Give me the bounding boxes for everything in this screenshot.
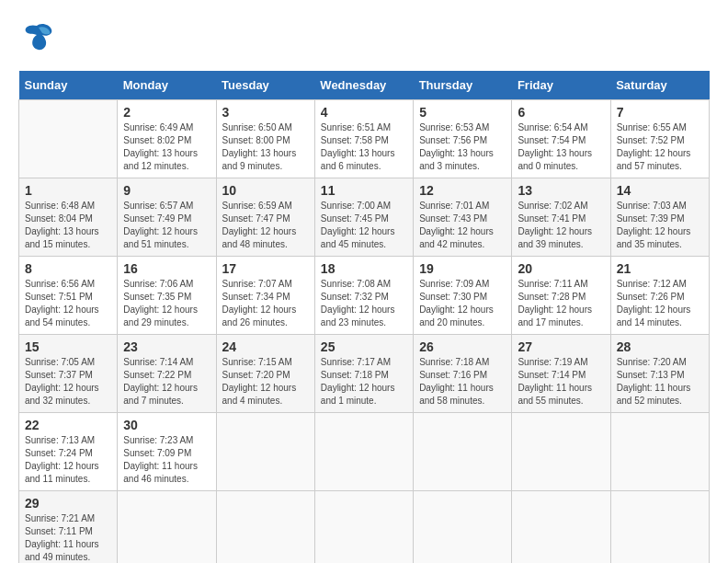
day-header-monday: Monday: [118, 71, 216, 100]
day-info: Sunrise: 7:13 AM Sunset: 7:24 PM Dayligh…: [25, 434, 111, 486]
calendar-cell: 11Sunrise: 7:00 AM Sunset: 7:45 PM Dayli…: [314, 178, 413, 257]
calendar-cell: 18Sunrise: 7:08 AM Sunset: 7:32 PM Dayli…: [314, 257, 413, 335]
calendar-cell: 19Sunrise: 7:09 AM Sunset: 7:30 PM Dayli…: [414, 257, 512, 335]
calendar-cell: 9Sunrise: 6:57 AM Sunset: 7:49 PM Daylig…: [118, 178, 216, 257]
day-number: 22: [25, 418, 111, 432]
day-info: Sunrise: 6:59 AM Sunset: 7:47 PM Dayligh…: [222, 200, 309, 251]
calendar-cell: 16Sunrise: 7:06 AM Sunset: 7:35 PM Dayli…: [118, 257, 216, 335]
day-number: 6: [518, 105, 604, 120]
day-header-sunday: Sunday: [19, 71, 118, 100]
day-header-tuesday: Tuesday: [216, 71, 314, 100]
day-number: 29: [25, 496, 111, 511]
calendar-cell: 1Sunrise: 6:48 AM Sunset: 8:04 PM Daylig…: [19, 178, 118, 257]
calendar-cell: 14Sunrise: 7:03 AM Sunset: 7:39 PM Dayli…: [610, 178, 709, 257]
calendar-cell: 7Sunrise: 6:55 AM Sunset: 7:52 PM Daylig…: [610, 100, 709, 178]
calendar-cell: [512, 413, 610, 491]
calendar-cell: 21Sunrise: 7:12 AM Sunset: 7:26 PM Dayli…: [610, 257, 709, 335]
day-number: 25: [321, 339, 407, 354]
calendar-cell: 13Sunrise: 7:02 AM Sunset: 7:41 PM Dayli…: [512, 178, 610, 257]
calendar-week-row: 2Sunrise: 6:49 AM Sunset: 8:02 PM Daylig…: [19, 100, 710, 178]
day-number: 27: [518, 339, 604, 354]
day-info: Sunrise: 6:54 AM Sunset: 7:54 PM Dayligh…: [518, 121, 604, 173]
logo: [18, 18, 61, 62]
day-info: Sunrise: 7:21 AM Sunset: 7:11 PM Dayligh…: [25, 512, 111, 563]
calendar-cell: 17Sunrise: 7:07 AM Sunset: 7:34 PM Dayli…: [216, 257, 314, 335]
day-number: 21: [617, 261, 703, 276]
day-info: Sunrise: 7:12 AM Sunset: 7:26 PM Dayligh…: [617, 278, 703, 329]
day-info: Sunrise: 7:20 AM Sunset: 7:13 PM Dayligh…: [617, 356, 703, 408]
day-number: 16: [123, 261, 210, 276]
day-info: Sunrise: 7:11 AM Sunset: 7:28 PM Dayligh…: [518, 278, 604, 329]
day-info: Sunrise: 7:23 AM Sunset: 7:09 PM Dayligh…: [123, 434, 210, 486]
calendar-cell: 8Sunrise: 6:56 AM Sunset: 7:51 PM Daylig…: [19, 257, 118, 335]
day-info: Sunrise: 7:00 AM Sunset: 7:45 PM Dayligh…: [321, 200, 407, 251]
day-number: 17: [222, 261, 309, 276]
day-number: 19: [419, 261, 506, 276]
calendar-cell: [414, 491, 512, 564]
calendar-week-row: 15Sunrise: 7:05 AM Sunset: 7:37 PM Dayli…: [19, 335, 710, 413]
day-info: Sunrise: 7:09 AM Sunset: 7:30 PM Dayligh…: [419, 278, 506, 329]
day-info: Sunrise: 7:05 AM Sunset: 7:37 PM Dayligh…: [25, 356, 111, 408]
day-number: 14: [617, 183, 703, 198]
day-info: Sunrise: 7:01 AM Sunset: 7:43 PM Dayligh…: [419, 200, 506, 251]
day-info: Sunrise: 6:50 AM Sunset: 8:00 PM Dayligh…: [222, 121, 309, 173]
day-info: Sunrise: 7:02 AM Sunset: 7:41 PM Dayligh…: [518, 200, 604, 251]
day-header-saturday: Saturday: [610, 71, 709, 100]
calendar-week-row: 8Sunrise: 6:56 AM Sunset: 7:51 PM Daylig…: [19, 257, 710, 335]
calendar-header-row: SundayMondayTuesdayWednesdayThursdayFrid…: [19, 71, 710, 100]
calendar-cell: 30Sunrise: 7:23 AM Sunset: 7:09 PM Dayli…: [118, 413, 216, 491]
calendar-cell: 12Sunrise: 7:01 AM Sunset: 7:43 PM Dayli…: [414, 178, 512, 257]
day-number: 8: [25, 261, 111, 276]
calendar-cell: [314, 491, 413, 564]
day-info: Sunrise: 7:15 AM Sunset: 7:20 PM Dayligh…: [222, 356, 309, 408]
page-header: [18, 18, 710, 62]
day-info: Sunrise: 7:19 AM Sunset: 7:14 PM Dayligh…: [518, 356, 604, 408]
calendar-cell: 15Sunrise: 7:05 AM Sunset: 7:37 PM Dayli…: [19, 335, 118, 413]
day-number: 28: [617, 339, 703, 354]
day-info: Sunrise: 7:18 AM Sunset: 7:16 PM Dayligh…: [419, 356, 506, 408]
calendar-cell: 22Sunrise: 7:13 AM Sunset: 7:24 PM Dayli…: [19, 413, 118, 491]
calendar-cell: [610, 491, 709, 564]
day-info: Sunrise: 6:56 AM Sunset: 7:51 PM Dayligh…: [25, 278, 111, 329]
calendar-week-row: 29Sunrise: 7:21 AM Sunset: 7:11 PM Dayli…: [19, 491, 710, 564]
day-number: 30: [123, 418, 210, 432]
day-header-wednesday: Wednesday: [314, 71, 413, 100]
day-info: Sunrise: 6:49 AM Sunset: 8:02 PM Dayligh…: [123, 121, 210, 173]
day-header-thursday: Thursday: [414, 71, 512, 100]
day-info: Sunrise: 6:55 AM Sunset: 7:52 PM Dayligh…: [617, 121, 703, 173]
calendar-cell: [512, 491, 610, 564]
day-info: Sunrise: 7:07 AM Sunset: 7:34 PM Dayligh…: [222, 278, 309, 329]
day-number: 12: [419, 183, 506, 198]
calendar-cell: 2Sunrise: 6:49 AM Sunset: 8:02 PM Daylig…: [118, 100, 216, 178]
logo-bird-icon: [18, 18, 55, 62]
day-number: 1: [25, 183, 111, 198]
day-number: 24: [222, 339, 309, 354]
calendar-cell: 25Sunrise: 7:17 AM Sunset: 7:18 PM Dayli…: [314, 335, 413, 413]
day-info: Sunrise: 7:14 AM Sunset: 7:22 PM Dayligh…: [123, 356, 210, 408]
day-info: Sunrise: 6:48 AM Sunset: 8:04 PM Dayligh…: [25, 200, 111, 251]
calendar-cell: [216, 491, 314, 564]
day-info: Sunrise: 6:51 AM Sunset: 7:58 PM Dayligh…: [321, 121, 407, 173]
calendar-cell: 3Sunrise: 6:50 AM Sunset: 8:00 PM Daylig…: [216, 100, 314, 178]
calendar-cell: 27Sunrise: 7:19 AM Sunset: 7:14 PM Dayli…: [512, 335, 610, 413]
calendar-cell: 23Sunrise: 7:14 AM Sunset: 7:22 PM Dayli…: [118, 335, 216, 413]
day-number: 5: [419, 105, 506, 120]
day-number: 4: [321, 105, 407, 120]
calendar-cell: 4Sunrise: 6:51 AM Sunset: 7:58 PM Daylig…: [314, 100, 413, 178]
calendar-cell: [414, 413, 512, 491]
calendar-cell: [314, 413, 413, 491]
calendar-cell: 5Sunrise: 6:53 AM Sunset: 7:56 PM Daylig…: [414, 100, 512, 178]
day-number: 23: [123, 339, 210, 354]
day-info: Sunrise: 7:03 AM Sunset: 7:39 PM Dayligh…: [617, 200, 703, 251]
calendar-table: SundayMondayTuesdayWednesdayThursdayFrid…: [18, 71, 710, 563]
day-number: 10: [222, 183, 309, 198]
day-info: Sunrise: 7:08 AM Sunset: 7:32 PM Dayligh…: [321, 278, 407, 329]
day-info: Sunrise: 7:17 AM Sunset: 7:18 PM Dayligh…: [321, 356, 407, 408]
calendar-cell: 26Sunrise: 7:18 AM Sunset: 7:16 PM Dayli…: [414, 335, 512, 413]
day-header-friday: Friday: [512, 71, 610, 100]
calendar-cell: 24Sunrise: 7:15 AM Sunset: 7:20 PM Dayli…: [216, 335, 314, 413]
day-number: 11: [321, 183, 407, 198]
calendar-cell: 20Sunrise: 7:11 AM Sunset: 7:28 PM Dayli…: [512, 257, 610, 335]
calendar-week-row: 1Sunrise: 6:48 AM Sunset: 8:04 PM Daylig…: [19, 178, 710, 257]
day-info: Sunrise: 7:06 AM Sunset: 7:35 PM Dayligh…: [123, 278, 210, 329]
